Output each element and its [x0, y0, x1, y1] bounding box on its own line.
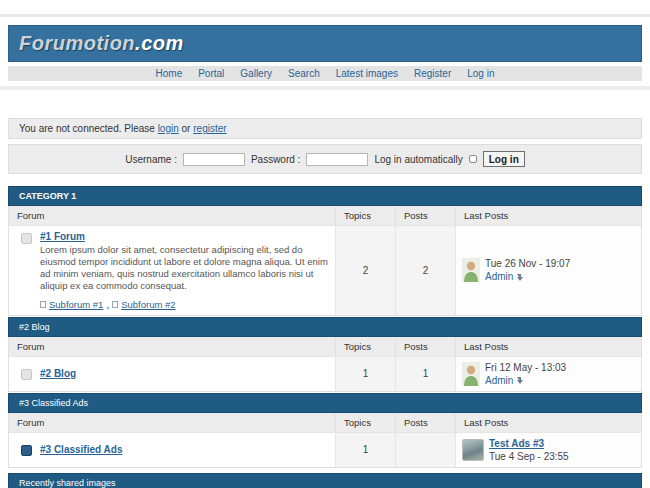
col-header-last-posts: Last Posts [455, 413, 641, 432]
category-3-table: Forum Topics Posts Last Posts #3 Classif… [8, 413, 642, 468]
forum-row-1-main: #1 Forum Lorem ipsum dolor sit amet, con… [9, 225, 335, 315]
no-new-posts-icon [21, 369, 32, 380]
subforum-icon [40, 301, 46, 308]
category-3-title: #3 Classified Ads [8, 393, 642, 413]
category-1-title: CATEGORY 1 [8, 186, 642, 206]
forum-1-last-post: Tue 26 Nov - 19:07 Admin [455, 225, 641, 315]
forum-1-description: Lorem ipsum dolor sit amet, consectetur … [40, 244, 329, 292]
shared-images-title: Recently shared images [8, 473, 642, 488]
col-header-last-posts: Last Posts [455, 206, 641, 225]
col-header-forum: Forum [9, 206, 335, 225]
login-link[interactable]: login [158, 123, 179, 134]
logo-suffix: .com [135, 32, 184, 54]
last-post-author-link[interactable]: Admin [485, 374, 513, 387]
col-header-posts: Posts [395, 206, 455, 225]
col-header-posts: Posts [395, 413, 455, 432]
col-header-forum: Forum [9, 413, 335, 432]
forum-3-link[interactable]: #3 Classified Ads [40, 444, 122, 455]
site-logo: Forumotion.com [19, 32, 184, 55]
category-2-title: #2 Blog [8, 317, 642, 337]
forum-2-link[interactable]: #2 Blog [40, 368, 76, 379]
category-2-table: Forum Topics Posts Last Posts #2 Blog 1 … [8, 337, 642, 392]
category-1-table: Forum Topics Posts Last Posts #1 Forum L… [8, 206, 642, 316]
last-post-thumbnail[interactable] [462, 439, 484, 461]
col-header-topics: Topics [335, 413, 395, 432]
nav-login[interactable]: Log in [467, 68, 494, 79]
col-header-topics: Topics [335, 206, 395, 225]
col-header-topics: Topics [335, 337, 395, 356]
forum-1-link[interactable]: #1 Forum [40, 231, 85, 242]
forum-2-topics-count: 1 [335, 356, 395, 391]
forum-3-posts-count [395, 432, 455, 467]
nav-divider [0, 86, 650, 90]
forum-2-last-post: Fri 12 May - 13:03 Admin [455, 356, 641, 391]
notice-or: or [182, 123, 191, 134]
top-divider [0, 14, 650, 17]
subforum-2-link[interactable]: Subforum #2 [121, 299, 175, 310]
subforum-separator: , [106, 299, 109, 310]
site-banner: Forumotion.com [8, 25, 642, 62]
nav-latest-images[interactable]: Latest images [336, 68, 398, 79]
last-topic-link[interactable]: Test Ads #3 [489, 438, 544, 449]
last-post-date: Tue 4 Sep - 23:55 [489, 450, 569, 463]
goto-last-post-icon[interactable] [516, 376, 524, 384]
last-post-date: Tue 26 Nov - 19:07 [485, 257, 570, 270]
password-label: Password : [251, 154, 300, 165]
quick-login-form: Username : Password : Log in automatical… [8, 144, 642, 174]
nav-home[interactable]: Home [156, 68, 183, 79]
forum-row-2-main: #2 Blog [9, 356, 335, 391]
auto-login-label: Log in automatically [374, 154, 462, 165]
main-nav: Home Portal Gallery Search Latest images… [8, 66, 642, 81]
notice-text: You are not connected. Please [19, 123, 155, 134]
nav-register[interactable]: Register [414, 68, 451, 79]
forum-3-topics-count: 1 [335, 432, 395, 467]
category-3-section: #3 Classified Ads Forum Topics Posts Las… [8, 393, 642, 468]
last-post-author-link[interactable]: Admin [485, 270, 513, 283]
logo-text: Forumotion [19, 32, 135, 54]
password-input[interactable] [306, 153, 368, 166]
login-button[interactable]: Log in [483, 151, 525, 167]
forum-1-topics-count: 2 [335, 225, 395, 315]
nav-portal[interactable]: Portal [198, 68, 224, 79]
forum-homepage: Forumotion.com Home Portal Gallery Searc… [0, 0, 650, 488]
forum-3-last-post: Test Ads #3 Tue 4 Sep - 23:55 [455, 432, 641, 467]
subforum-icon [112, 301, 118, 308]
register-link[interactable]: register [193, 123, 226, 134]
username-label: Username : [125, 154, 177, 165]
forum-1-subforums: Subforum #1 , Subforum #2 [40, 299, 329, 310]
connection-notice: You are not connected. Please login or r… [8, 118, 642, 139]
no-new-posts-icon [21, 233, 32, 244]
nav-search[interactable]: Search [288, 68, 320, 79]
nav-gallery[interactable]: Gallery [240, 68, 272, 79]
category-1-section: CATEGORY 1 Forum Topics Posts Last Posts… [8, 186, 642, 316]
category-2-section: #2 Blog Forum Topics Posts Last Posts #2… [8, 317, 642, 392]
col-header-posts: Posts [395, 337, 455, 356]
col-header-forum: Forum [9, 337, 335, 356]
subforum-1-link[interactable]: Subforum #1 [49, 299, 103, 310]
username-input[interactable] [183, 153, 245, 166]
col-header-last-posts: Last Posts [455, 337, 641, 356]
default-avatar-icon [462, 258, 480, 282]
new-posts-icon [21, 445, 32, 456]
forum-1-posts-count: 2 [395, 225, 455, 315]
default-avatar-icon [462, 362, 480, 386]
last-post-date: Fri 12 May - 13:03 [485, 361, 566, 374]
forum-2-posts-count: 1 [395, 356, 455, 391]
goto-last-post-icon[interactable] [516, 273, 524, 281]
forum-row-3-main: #3 Classified Ads [9, 432, 335, 467]
auto-login-checkbox[interactable] [469, 155, 477, 163]
